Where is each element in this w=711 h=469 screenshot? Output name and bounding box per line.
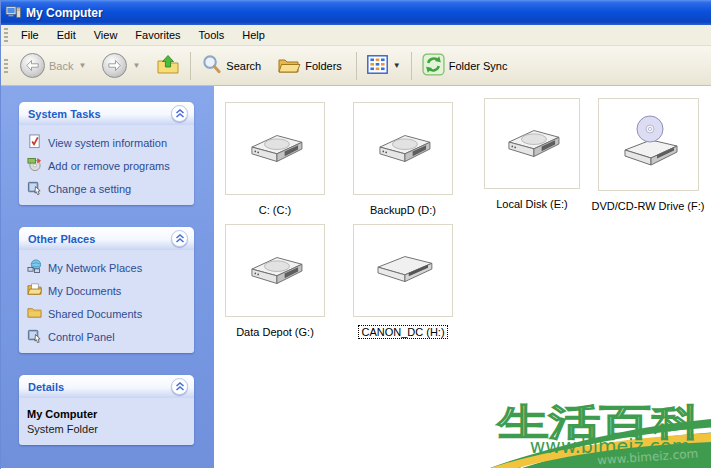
drive-thumbnail [598,98,699,191]
drive-label: DVD/CD-RW Drive (F:) [568,200,711,212]
drive-thumbnail [353,224,453,317]
views-dropdown-icon[interactable]: ▼ [393,61,401,70]
back-dropdown-icon[interactable]: ▼ [78,61,86,70]
link-add-remove-programs[interactable]: Add or remove programs [27,157,188,174]
menu-edit[interactable]: Edit [48,26,85,44]
folders-button-label: Folders [305,60,342,72]
folders-button[interactable]: Folders [273,52,346,79]
search-button[interactable]: Search [197,52,265,79]
up-folder-icon [156,53,180,79]
shared-documents-icon [27,305,42,322]
other-places-body: My Network Places My Documents [19,250,194,353]
drive-item-f[interactable]: DVD/CD-RW Drive (F:) [598,98,698,212]
window-title: My Computer [26,6,103,20]
drive-thumbnail [484,98,580,189]
other-places-header[interactable]: Other Places [19,227,194,250]
menubar-grip-handle[interactable] [4,28,8,42]
back-button-label: Back [49,60,73,72]
details-title: Details [28,381,64,393]
forward-dropdown-icon[interactable]: ▼ [132,61,140,70]
drive-item-c[interactable]: C: (C:) [225,102,325,216]
hard-drive-icon [240,124,310,174]
toolbar-separator [190,52,191,80]
my-documents-icon [27,282,42,299]
task-pane-sidebar: System Tasks View system informati [1,86,214,468]
link-change-a-setting[interactable]: Change a setting [27,180,188,197]
menu-help[interactable]: Help [233,26,274,44]
details-body: My Computer System Folder [19,398,194,445]
forward-button[interactable]: ▼ [98,51,144,80]
window-content: System Tasks View system informati [1,86,711,468]
menu-view[interactable]: View [85,26,127,44]
drive-thumbnail [225,102,325,195]
system-information-icon [27,134,42,151]
details-item-type: System Folder [27,422,188,437]
toolbar-grip-handle[interactable] [4,59,8,73]
link-view-system-information[interactable]: View system information [27,134,188,151]
dvd-drive-icon [613,114,685,176]
collapse-chevron-button[interactable] [171,378,188,395]
search-icon [201,54,222,77]
hard-drive-icon [240,246,310,296]
link-my-documents[interactable]: My Documents [27,282,188,299]
watermark-green-swoosh [490,419,711,468]
system-tasks-header[interactable]: System Tasks [19,102,194,125]
watermark: 生活百科 www.bimeiz.com www.bimeiz.com [490,389,711,468]
system-tasks-body: View system information Add or remove pr… [19,125,194,205]
watermark-white-gap [520,430,711,466]
drive-item-e[interactable]: Local Disk (E:) [484,98,584,210]
folder-sync-icon [422,53,445,78]
drive-item-d[interactable]: BackupD (D:) [353,102,453,216]
folder-sync-button[interactable]: Folder Sync [418,51,512,80]
system-tasks-panel: System Tasks View system informati [19,102,194,205]
other-places-panel: Other Places [19,227,194,353]
views-button[interactable]: ▼ [363,53,405,78]
collapse-chevron-button[interactable] [171,105,188,122]
drive-label: CANON_DC (H:) [323,326,483,338]
forward-arrow-icon [102,53,127,78]
network-places-icon [27,259,42,276]
search-button-label: Search [226,60,261,72]
watermark-url-faint: www.bimeiz.com [597,446,699,467]
watermark-characters: 生活百科 [496,401,703,444]
standard-buttons-toolbar: Back ▼ ▼ Sea [1,46,711,86]
details-header[interactable]: Details [19,375,194,398]
menu-file[interactable]: File [12,26,48,44]
menu-favorites[interactable]: Favorites [126,26,189,44]
toolbar-separator [411,52,412,80]
link-shared-documents[interactable]: Shared Documents [27,305,188,322]
drive-item-g[interactable]: Data Depot (G:) [225,224,325,338]
my-computer-window: My Computer File Edit View Favorites Too… [0,0,711,469]
drive-item-h[interactable]: CANON_DC (H:) [353,224,453,338]
hard-drive-icon [368,124,438,174]
menu-bar: File Edit View Favorites Tools Help [1,25,711,46]
link-my-network-places[interactable]: My Network Places [27,259,188,276]
menu-tools[interactable]: Tools [190,26,234,44]
focused-label: CANON_DC (H:) [358,325,447,339]
folders-icon [277,54,301,77]
up-button[interactable] [152,51,184,81]
removable-drive-icon [368,246,438,296]
details-panel: Details My Computer System Folder [19,375,194,445]
system-tasks-title: System Tasks [28,108,101,120]
drive-list-view[interactable]: C: (C:) BackupD (D:) [214,86,711,468]
back-arrow-icon [20,53,45,78]
hard-drive-icon [497,119,567,169]
title-bar[interactable]: My Computer [1,0,711,25]
my-computer-icon [5,4,21,22]
change-setting-icon [27,180,42,197]
collapse-chevron-button[interactable] [171,230,188,247]
link-control-panel[interactable]: Control Panel [27,328,188,345]
watermark-url: www.bimeiz.com [530,435,690,457]
details-item-name: My Computer [27,407,188,422]
views-grid-icon [367,55,388,76]
drive-thumbnail [353,102,453,195]
watermark-yellow-swoosh [490,433,711,468]
add-remove-programs-icon [27,157,42,174]
other-places-title: Other Places [28,233,95,245]
folder-sync-button-label: Folder Sync [449,60,508,72]
drive-thumbnail [225,224,325,317]
control-panel-icon [27,328,42,345]
back-button[interactable]: Back ▼ [16,51,90,80]
toolbar-separator [356,52,357,80]
